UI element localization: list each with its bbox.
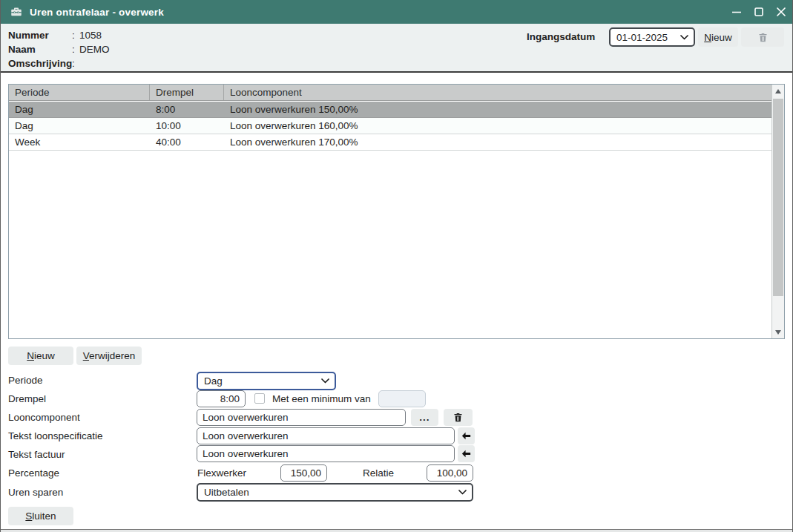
tekst-factuur-label: Tekst factuur (8, 449, 65, 460)
table-cell: Loon overwerkuren 150,00% (224, 102, 771, 117)
nummer-label: Nummer (8, 30, 72, 41)
sluiten-button[interactable]: Sluiten (8, 507, 73, 525)
minimum-label: Met een minimum van (272, 393, 371, 404)
relatie-percentage-input[interactable] (427, 464, 473, 482)
record-header: Nummer : 1058 Naam : DEMO Omschrijving :… (1, 24, 792, 73)
trash-icon (453, 412, 464, 423)
percentage-label: Percentage (8, 467, 59, 479)
table-header: Periode Drempel Looncomponent (9, 85, 771, 101)
ingangsdatum-nieuw-button[interactable]: Nieuw (698, 27, 738, 47)
scroll-down-button[interactable] (772, 326, 784, 338)
drempel-input[interactable] (197, 390, 246, 407)
minimize-button[interactable] (725, 0, 748, 24)
nummer-value: 1058 (79, 30, 102, 41)
periode-combo[interactable]: Dag (197, 372, 336, 390)
triangle-down-icon (775, 330, 781, 335)
flexwerker-label: Flexwerker (197, 467, 246, 479)
column-header-drempel[interactable]: Drempel (150, 85, 224, 100)
toolbox-icon (10, 5, 23, 19)
table-body: Dag8:00Loon overwerkuren 150,00%Dag10:00… (9, 102, 771, 338)
tekst-factuur-input[interactable] (197, 445, 455, 462)
table-cell: Loon overwerkuren 170,00% (224, 134, 771, 150)
table-cell: Loon overwerkuren 160,00% (224, 118, 771, 134)
table-cell: 10:00 (150, 118, 224, 134)
uren-sparen-label: Uren sparen (8, 487, 63, 498)
maximize-button[interactable] (748, 0, 770, 24)
ingangsdatum-combo[interactable]: 01-01-2025 (609, 27, 695, 47)
table-row[interactable]: Week40:00Loon overwerkuren 170,00% (9, 134, 771, 151)
table-cell: 40:00 (150, 134, 224, 150)
verwijderen-button[interactable]: Verwijderen (76, 347, 142, 365)
column-header-periode[interactable]: Periode (9, 85, 150, 100)
table-cell: Dag (9, 118, 150, 134)
app-window: Uren ontrafelaar - overwerk Nummer : 105… (0, 0, 793, 532)
scrollbar-thumb[interactable] (773, 99, 783, 296)
table-cell: 8:00 (150, 102, 224, 117)
table-cell: Week (9, 134, 150, 150)
scroll-up-button[interactable] (772, 85, 784, 97)
flexwerker-percentage-input[interactable] (280, 464, 327, 482)
arrow-left-icon (461, 448, 472, 459)
ingangsdatum-label: Ingangsdatum (527, 31, 595, 42)
chevron-down-icon (458, 490, 467, 495)
minimum-checkbox[interactable] (254, 393, 265, 404)
ingangsdatum-value: 01-01-2025 (611, 32, 680, 43)
triangle-up-icon (775, 89, 781, 93)
table-cell: Dag (9, 102, 150, 117)
looncomponent-delete-button[interactable] (444, 409, 473, 426)
uren-sparen-combo[interactable]: Uitbetalen (197, 483, 473, 502)
looncomponent-input[interactable] (197, 409, 406, 426)
naam-label: Naam (8, 44, 72, 55)
trash-icon (757, 32, 769, 43)
relatie-label: Relatie (363, 467, 394, 479)
colon: : (72, 58, 75, 69)
tekst-loonspecificatie-label: Tekst loonspecificatie (8, 430, 103, 441)
chevron-down-icon (680, 35, 688, 40)
minimum-input[interactable] (378, 390, 426, 407)
naam-value: DEMO (79, 44, 110, 55)
colon: : (72, 30, 75, 41)
colon: : (72, 44, 75, 55)
window-controls (725, 0, 792, 24)
window-title: Uren ontrafelaar - overwerk (30, 7, 164, 18)
uren-sparen-value: Uitbetalen (198, 487, 458, 498)
chevron-down-icon (321, 378, 329, 384)
column-header-looncomponent[interactable]: Looncomponent (224, 85, 771, 100)
vertical-scrollbar[interactable] (771, 85, 784, 338)
tekst-loonspecificatie-input[interactable] (197, 427, 455, 444)
nieuw-button[interactable]: Nieuw (8, 347, 73, 365)
table-row[interactable]: Dag8:00Loon overwerkuren 150,00% (9, 102, 771, 118)
periode-value: Dag (198, 375, 321, 387)
looncomponent-browse-button[interactable]: ... (411, 409, 438, 426)
drempel-label: Drempel (8, 393, 46, 404)
copy-back-button[interactable] (458, 427, 475, 444)
copy-back-button[interactable] (458, 445, 475, 462)
looncomponent-label: Looncomponent (8, 412, 80, 423)
close-button[interactable] (770, 0, 792, 24)
periode-label: Periode (8, 375, 43, 386)
overtime-rules-table: Periode Drempel Looncomponent Dag8:00Loo… (8, 84, 785, 339)
arrow-left-icon (461, 430, 472, 441)
omschrijving-label: Omschrijving (8, 58, 72, 69)
window-bottom-edge (1, 529, 792, 532)
titlebar: Uren ontrafelaar - overwerk (1, 0, 792, 24)
ingangsdatum-delete-button[interactable] (741, 27, 784, 47)
table-row[interactable]: Dag10:00Loon overwerkuren 160,00% (9, 118, 771, 134)
